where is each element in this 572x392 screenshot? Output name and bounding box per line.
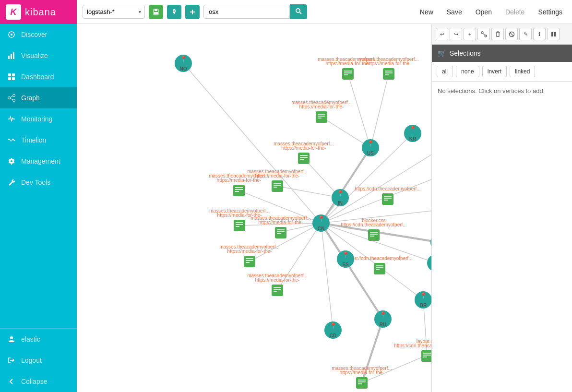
- svg-text:📍: 📍: [337, 190, 344, 197]
- location-node-ID[interactable]: 📍 ID: [430, 234, 431, 251]
- svg-rect-3: [11, 54, 12, 59]
- svg-point-10: [13, 95, 15, 97]
- sidebar: K kibana Discover Visualize Dashboard Gr…: [0, 0, 77, 392]
- svg-rect-106: [272, 285, 283, 296]
- panel-toolbar: ↩ ↪ + ✎ ℹ: [432, 24, 572, 45]
- doc-node-6[interactable]: https://media-for-the- masses.theacademy…: [209, 173, 269, 196]
- doc-node-10[interactable]: https://media-for-the- masses.theacademy…: [247, 273, 308, 296]
- svg-text:📍: 📍: [409, 125, 417, 132]
- svg-text:layout.css: layout.css: [417, 339, 431, 344]
- doc-node-17[interactable]: https://cdn.theacademyofperf... layout.c…: [394, 339, 431, 362]
- info-button[interactable]: ℹ: [533, 28, 546, 40]
- svg-text:📍: 📍: [380, 311, 387, 318]
- link-nodes-button[interactable]: [477, 28, 490, 40]
- undo-button[interactable]: ↩: [436, 28, 448, 40]
- doc-node-2[interactable]: https://media-for-the- masses.theacademy…: [358, 57, 419, 80]
- sidebar-item-collapse[interactable]: Collapse: [0, 371, 77, 392]
- svg-rect-64: [316, 111, 327, 123]
- location-node-US[interactable]: 📍 US: [362, 139, 379, 156]
- content-area: https://media-for-the- masses.theacademy…: [77, 24, 572, 392]
- svg-point-198: [485, 35, 487, 37]
- save-button[interactable]: Save: [443, 6, 466, 18]
- svg-point-14: [10, 336, 13, 339]
- svg-rect-4: [13, 52, 14, 59]
- edit-button[interactable]: ✎: [519, 28, 532, 40]
- location-node-CN[interactable]: 📍 CN: [312, 214, 330, 232]
- sidebar-item-logout[interactable]: Logout: [0, 350, 77, 371]
- sidebar-item-graph[interactable]: Graph: [0, 87, 77, 108]
- search-button[interactable]: [290, 4, 307, 19]
- doc-node-13[interactable]: https://cdn.theacademyofperf...: [346, 256, 412, 274]
- linked-selection-button[interactable]: linked: [510, 66, 535, 77]
- selections-header: 🛒 Selections: [432, 45, 572, 62]
- svg-line-201: [510, 32, 513, 36]
- right-panel: ↩ ↪ + ✎ ℹ 🛒 Selectio: [431, 24, 572, 392]
- svg-text:KR: KR: [409, 136, 417, 142]
- add-field-button[interactable]: [185, 5, 200, 19]
- add-node-button[interactable]: +: [464, 28, 476, 40]
- pause-button[interactable]: [547, 28, 560, 40]
- sidebar-item-dashboard[interactable]: Dashboard: [0, 66, 77, 87]
- svg-text:RU: RU: [380, 322, 386, 327]
- search-container: [203, 4, 307, 19]
- sidebar-item-timelion[interactable]: Timelion: [0, 130, 77, 151]
- kibana-logo-text: kibana: [25, 7, 56, 18]
- location-node-JP[interactable]: 📍 JP: [427, 254, 431, 272]
- sidebar-item-management[interactable]: Management: [0, 151, 77, 172]
- location-node-RU[interactable]: 📍 RU: [374, 310, 392, 328]
- svg-rect-82: [233, 185, 245, 196]
- svg-text:masses.theacademyofperf...: masses.theacademyofperf...: [209, 208, 270, 214]
- no-selections-message: No selections. Click on vertices to add: [432, 82, 572, 100]
- doc-node-4[interactable]: https://media-for-the- masses.theacademy…: [274, 141, 334, 164]
- location-node-NO[interactable]: 📍 NO: [175, 55, 192, 72]
- sidebar-item-devtools[interactable]: Dev Tools: [0, 172, 77, 193]
- svg-text:📍: 📍: [367, 140, 374, 147]
- settings-button[interactable]: Settings: [534, 6, 566, 18]
- doc-node-18[interactable]: https://media-for-the- masses.theacademy…: [332, 366, 392, 389]
- sidebar-item-visualize[interactable]: Visualize: [0, 45, 77, 66]
- graph-area[interactable]: https://media-for-the- masses.theacademy…: [77, 24, 431, 392]
- svg-rect-52: [342, 68, 354, 80]
- map-pin-button[interactable]: [167, 5, 181, 19]
- location-node-BR[interactable]: 📍 BR: [415, 291, 431, 309]
- wrench-icon: [7, 178, 16, 187]
- open-button[interactable]: Open: [472, 6, 496, 18]
- select-all-button[interactable]: all: [437, 66, 453, 77]
- sidebar-item-label: Graph: [21, 94, 40, 102]
- main-content: logstash-* New Save Open Delete Settings: [77, 0, 572, 392]
- sidebar-item-discover[interactable]: Discover: [0, 24, 77, 45]
- location-node-CD[interactable]: 📍 CD: [324, 321, 342, 339]
- svg-line-23: [300, 12, 302, 14]
- new-button[interactable]: New: [416, 6, 437, 18]
- sidebar-item-user[interactable]: elastic: [0, 329, 77, 350]
- graph-svg: https://media-for-the- masses.theacademy…: [77, 24, 431, 392]
- save-graph-button[interactable]: [149, 5, 163, 19]
- svg-text:masses.theacademyofperf...: masses.theacademyofperf...: [209, 173, 269, 178]
- block-button[interactable]: [505, 28, 518, 40]
- location-node-KR[interactable]: 📍 KR: [404, 125, 421, 142]
- svg-rect-70: [298, 153, 310, 164]
- redo-button[interactable]: ↪: [450, 28, 462, 40]
- svg-point-22: [296, 9, 300, 12]
- user-icon: [7, 334, 16, 344]
- doc-node-3[interactable]: https://media-for-the- masses.theacademy…: [291, 100, 352, 123]
- doc-node-9[interactable]: https://media-for-the- masses.theacademy…: [219, 244, 280, 267]
- svg-text:https://cdn.theacademyofperf..: https://cdn.theacademyofperf...: [355, 186, 420, 191]
- sidebar-item-monitoring[interactable]: Monitoring: [0, 108, 77, 130]
- doc-node-8[interactable]: https://media-for-the- masses.theacademy…: [250, 215, 311, 238]
- invert-selection-button[interactable]: invert: [482, 66, 507, 77]
- location-node-ES[interactable]: 📍 ES: [337, 250, 354, 268]
- select-none-button[interactable]: none: [456, 66, 479, 77]
- svg-point-19: [174, 10, 175, 12]
- delete-nodes-button[interactable]: [491, 28, 504, 40]
- svg-text:masses.theacademyofperf...: masses.theacademyofperf...: [332, 366, 392, 371]
- index-pattern-select[interactable]: logstash-*: [83, 5, 145, 19]
- svg-rect-2: [8, 56, 10, 59]
- svg-rect-100: [244, 256, 255, 267]
- sidebar-item-label: Monitoring: [21, 115, 52, 123]
- search-input[interactable]: [203, 5, 290, 19]
- delete-button[interactable]: Delete: [501, 6, 528, 18]
- doc-node-11[interactable]: https://cdn.theacademyofperf...: [355, 186, 420, 205]
- doc-node-12[interactable]: https://cdn.theacademyofperf... blocker.…: [341, 218, 406, 241]
- location-node-IN[interactable]: 📍 IN: [332, 189, 349, 206]
